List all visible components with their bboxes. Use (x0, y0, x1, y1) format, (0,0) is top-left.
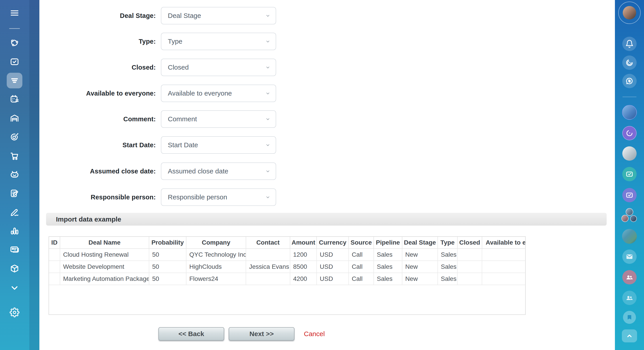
chevron-down-icon (265, 64, 271, 70)
next-button[interactable]: Next >> (229, 327, 294, 340)
table-row: Cloud Hosting Renewal 50 QYC Technology … (49, 249, 526, 261)
form-row-deal-stage: Deal Stage: Deal Stage (40, 7, 276, 24)
avatar (622, 146, 636, 161)
rail-divider (622, 97, 636, 97)
robot-icon[interactable] (9, 169, 20, 180)
col-closed: Closed (458, 237, 482, 249)
tasks-icon[interactable] (9, 56, 20, 67)
cancel-link[interactable]: Cancel (304, 327, 325, 340)
start-date-label: Start Date: (40, 142, 156, 149)
col-deal-stage: Deal Stage (402, 237, 438, 249)
comment-select-value: Comment (168, 115, 197, 123)
deal-import-wizard: Deal Stage: Deal Stage Type: Type Closed… (0, 0, 644, 350)
filter-icon-active[interactable] (7, 73, 22, 88)
copilot-icon[interactable] (622, 56, 636, 70)
chevron-down-icon (265, 142, 271, 148)
form-row-responsible: Responsible person: Responsible person (40, 188, 276, 206)
col-pipeline: Pipeline (374, 237, 402, 249)
col-currency: Currency (317, 237, 349, 249)
target-icon[interactable] (9, 132, 20, 142)
sign-pen-icon[interactable] (9, 207, 20, 218)
user-avatar[interactable] (618, 2, 641, 24)
people-icon[interactable] (622, 291, 636, 305)
type-select[interactable]: Type (161, 33, 276, 50)
form-row-available: Available to everyone: Available to ever… (40, 84, 276, 102)
tasks-check-teal-badge[interactable] (622, 167, 636, 181)
start-date-select[interactable]: Start Date (161, 136, 276, 154)
table-row: Website Development 50 HighClouds Jessic… (49, 261, 526, 273)
menu-icon[interactable] (9, 8, 20, 18)
deal-stage-label: Deal Stage: (40, 12, 156, 20)
col-contact: Contact (246, 237, 290, 249)
bookmark-icon[interactable] (623, 311, 636, 324)
closed-label: Closed: (40, 64, 156, 71)
chevron-down-icon (265, 90, 271, 96)
deal-stage-select[interactable]: Deal Stage (161, 7, 276, 24)
back-button[interactable]: << Back (158, 327, 224, 340)
deal-stage-select-value: Deal Stage (168, 12, 201, 20)
avatar (630, 215, 637, 222)
chat-translate-icon[interactable] (622, 74, 636, 88)
contact-card-icon[interactable] (9, 244, 20, 255)
crm-network-icon[interactable] (9, 38, 20, 48)
avatar (623, 6, 636, 20)
warehouse-icon[interactable] (9, 113, 20, 124)
avatar (626, 208, 633, 216)
col-source: Source (349, 237, 374, 249)
member-avatar-outdoor[interactable] (622, 229, 637, 244)
calendar-icon[interactable] (9, 94, 20, 104)
chevron-down-icon (265, 194, 271, 200)
closed-select[interactable]: Closed (161, 59, 276, 76)
package-icon[interactable] (9, 263, 20, 274)
responsible-select-value: Responsible person (168, 193, 227, 201)
comment-label: Comment: (40, 116, 156, 123)
document-edit-icon[interactable] (9, 188, 20, 199)
responsible-select[interactable]: Responsible person (161, 188, 276, 206)
settings-gear-icon[interactable] (9, 307, 20, 318)
member-avatar-blue[interactable] (622, 105, 637, 120)
chevron-down-icon (265, 38, 271, 44)
col-amount: Amount (290, 237, 317, 249)
left-sidebar-inner-band (29, 0, 40, 350)
avatar-ring (618, 2, 641, 24)
people-pink-badge[interactable] (622, 270, 636, 284)
table-header-row: ID Deal Name Probability Company Contact… (49, 237, 526, 249)
closed-select-value: Closed (168, 64, 189, 71)
cart-icon[interactable] (9, 150, 20, 161)
team-avatars-cluster[interactable] (622, 208, 638, 225)
available-select[interactable]: Available to everyone (161, 84, 276, 102)
cat-avatar[interactable] (622, 146, 636, 161)
col-id: ID (49, 237, 60, 249)
avatar-cluster (622, 208, 638, 225)
chevron-down-icon (265, 116, 271, 122)
form-row-closed: Closed: Closed (40, 59, 276, 76)
available-label: Available to everyone: (40, 90, 156, 97)
responsible-label: Responsible person: (40, 194, 156, 201)
collapse-chevron-up[interactable] (622, 330, 637, 342)
assumed-close-select-value: Assumed close date (168, 168, 228, 175)
form-row-type: Type: Type (40, 33, 276, 50)
chevron-down-icon (265, 13, 271, 18)
notifications-bell-icon[interactable] (622, 37, 636, 51)
import-data-example-header: Import data example (46, 213, 607, 226)
import-preview-table: ID Deal Name Probability Company Contact… (49, 237, 526, 285)
import-wizard-content: Deal Stage: Deal Stage Type: Type Closed… (40, 0, 615, 350)
copilot-purple-badge[interactable] (622, 126, 636, 140)
col-company: Company (186, 237, 246, 249)
chevron-down-icon (265, 168, 271, 174)
right-rail (615, 0, 644, 350)
comment-select[interactable]: Comment (161, 110, 276, 128)
chevron-down-icon[interactable] (9, 282, 20, 293)
col-deal-name: Deal Name (60, 237, 149, 249)
tasks-check-purple-badge[interactable] (622, 188, 636, 202)
import-preview-table-container: ID Deal Name Probability Company Contact… (48, 236, 526, 315)
mail-icon[interactable] (622, 250, 636, 264)
assumed-close-select[interactable]: Assumed close date (161, 162, 276, 180)
left-sidebar (0, 0, 40, 350)
type-select-value: Type (168, 38, 182, 45)
start-date-select-value: Start Date (168, 141, 198, 149)
available-select-value: Available to everyone (168, 90, 232, 97)
form-row-start-date: Start Date: Start Date (40, 136, 276, 154)
bar-chart-icon[interactable] (9, 226, 20, 236)
type-label: Type: (40, 38, 156, 45)
